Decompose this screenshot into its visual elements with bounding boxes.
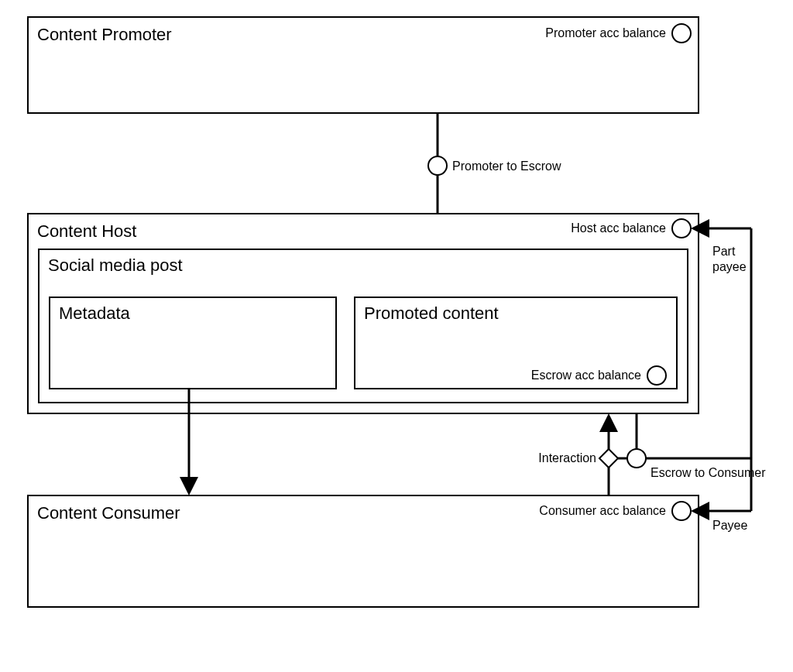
interaction-diamond	[599, 449, 618, 468]
content-promoter-title: Content Promoter	[37, 25, 172, 44]
consumer-balance-label: Consumer acc balance	[539, 504, 666, 517]
part-payee-label1: Part	[712, 245, 736, 258]
social-media-post-title: Social media post	[48, 255, 183, 275]
metadata-title: Metadata	[59, 303, 130, 323]
host-balance-circle	[672, 219, 691, 238]
promoter-to-escrow-label: Promoter to Escrow	[452, 159, 561, 173]
part-payee-label2: payee	[712, 260, 747, 273]
escrow-balance-label: Escrow acc balance	[531, 369, 641, 382]
content-consumer-title: Content Consumer	[37, 503, 180, 523]
promoter-to-escrow-circle	[428, 156, 447, 175]
promoted-content-title: Promoted content	[364, 303, 499, 323]
promoter-balance-label: Promoter acc balance	[545, 26, 666, 39]
host-balance-label: Host acc balance	[571, 221, 666, 235]
escrow-to-consumer-label: Escrow to Consumer	[651, 466, 766, 479]
content-host-title: Content Host	[37, 221, 136, 241]
escrow-balance-circle	[647, 366, 666, 385]
diagram-canvas: Content Promoter Promoter acc balance Pr…	[0, 0, 793, 672]
payee-label: Payee	[712, 519, 747, 532]
consumer-balance-circle	[672, 502, 691, 520]
escrow-to-consumer-circle	[627, 449, 646, 468]
interaction-label: Interaction	[538, 451, 596, 465]
promoter-balance-circle	[672, 24, 691, 43]
